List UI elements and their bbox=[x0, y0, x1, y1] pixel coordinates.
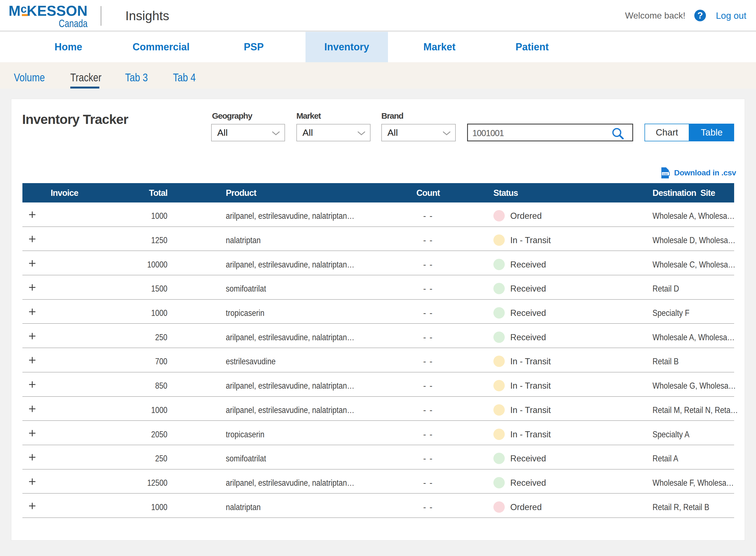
svg-text:csv: csv bbox=[663, 172, 668, 175]
